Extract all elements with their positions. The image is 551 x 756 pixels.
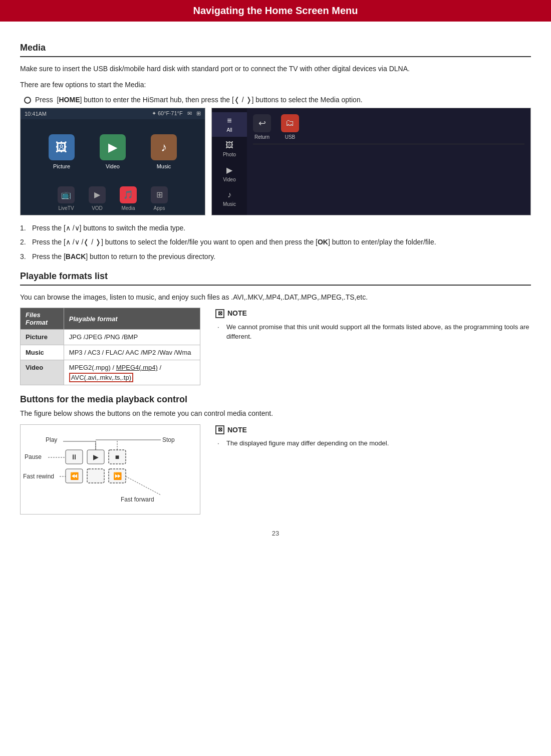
table-row-music: Music MP3 / AC3 / FLAC/ AAC /MP2 /Wav /W… [21,345,200,360]
usb-icon: 🗂 [281,114,299,132]
ff-symbol: ⏩ [113,472,122,480]
music-label: Music [157,163,171,169]
topbar-weather: ✦ 60°F·71°F ✉ ⊞ [152,110,201,117]
apps-icon: ⊞ Apps [151,186,168,211]
formats-section: Playable formats list You can browse the… [20,271,531,385]
home-key: HOME [59,96,80,104]
playback-title: Buttons for the media playback control [20,394,531,405]
screen-bottom-bar: 📺 LiveTV ▶ VOD 🎵 Media ⊞ Apps [21,181,205,215]
formats-row: Files Format Playable format Picture JPG… [20,308,531,385]
playback-note-icon: ⊠ [215,425,224,434]
play-symbol: ▶ [93,453,99,461]
step-1-num: 1. [20,222,30,233]
playback-note-header: ⊠ NOTE [215,424,531,435]
pause-label: Pause [25,453,42,460]
step-2: 2. Press the [∧ /∨ /❬ / ❭] buttons to se… [20,236,531,247]
note-title: NOTE [227,308,247,319]
apps-label: Apps [154,205,165,211]
sidebar-all: ≡ All [212,112,247,137]
return-label: Return [254,134,269,140]
formats-note-header: ⊠ NOTE [215,308,531,319]
playback-section: Buttons for the media playback control T… [20,394,531,514]
formats-note-text-1: We cannot promise that this unit would s… [226,322,531,342]
formats-note-box: ⊠ NOTE · We cannot promise that this uni… [215,308,531,385]
usb-icon-area: 🗂 USB [281,114,299,140]
formats-table: Files Format Playable format Picture JPG… [20,308,200,385]
livetv-label: LiveTV [58,205,74,211]
playback-note-box: ⊠ NOTE · The displayed figure may differ… [215,424,531,515]
screen-icon-picture: 🖼 Picture [49,134,75,169]
step-1: 1. Press the [∧ /∨] buttons to switch th… [20,222,531,233]
screenshots-row: 10:41AM ✦ 60°F·71°F ✉ ⊞ 🖼 Picture ▶ Vide… [20,108,531,215]
step-3-text: Press the [BACK] button to return to the… [30,251,215,262]
formats-note-list: · We cannot promise that this unit would… [215,322,531,342]
step-3-num: 3. [20,251,30,262]
vod-icon: ▶ VOD [89,186,106,211]
photo-icon: 🖼 [225,141,233,150]
media-icon: 🎵 Media [120,186,137,211]
format-picture: Picture [21,330,64,345]
col-header-playable: Playable format [64,308,200,330]
screen-icon-video: ▶ Video [100,134,126,169]
screen-top-icons: ↩ Return 🗂 USB [253,114,524,144]
table-row-video: Video MPEG2(.mpg) / MPEG4(.mp4) / AVC(.a… [21,360,200,385]
ff-line [126,476,161,495]
formats-note-item-1: · We cannot promise that this unit would… [217,322,531,342]
music-label-s: Music [223,201,236,207]
playback-note-title: NOTE [227,424,247,435]
playback-note-item-1: · The displayed figure may differ depend… [217,438,531,448]
playback-intro: The figure below shows the buttons on th… [20,408,531,419]
vod-box: ▶ [89,186,106,203]
screen-main-area: ↩ Return 🗂 USB [247,108,530,215]
step-2-text: Press the [∧ /∨ /❬ / ❭] buttons to selec… [30,236,436,247]
formats-title: Playable formats list [20,271,531,282]
video-label-s: Video [223,177,235,182]
usb-label: USB [285,134,296,140]
video-label: Video [106,163,120,169]
sidebar-video: ▶ Video [212,161,247,186]
music-icon-s: ♪ [227,190,231,199]
photo-label: Photo [223,152,236,157]
formats-intro: You can browse the images, listen to mus… [20,292,531,303]
step-2-num: 2. [20,236,30,247]
intro-line-1: Make sure to insert the USB disk/mobile … [20,63,531,74]
header-title: Navigating the Home Screen Menu [193,5,358,16]
playable-video: MPEG2(.mpg) / MPEG4(.mp4) / AVC(.avi,.mk… [64,360,200,385]
livetv-icon: 📺 LiveTV [58,186,75,211]
step-1-text: Press the [∧ /∨] buttons to switch the m… [30,222,185,233]
screenshot-right: ≡ All 🖼 Photo ▶ Video ♪ Music [211,108,531,215]
livetv-box: 📺 [58,186,75,203]
format-music: Music [21,345,64,360]
format-video: Video [21,360,64,385]
picture-icon-box: 🖼 [49,134,75,160]
fast-rewind-label: Fast rewind [23,473,54,480]
video-icon-s: ▶ [226,165,232,175]
screen-topbar: 10:41AM ✦ 60°F·71°F ✉ ⊞ [21,108,205,119]
stop-symbol: ■ [115,453,119,461]
playback-note-bullet: · [217,438,223,448]
note-icon: ⊠ [215,309,224,318]
vod-label: VOD [92,205,103,211]
media-section: Media Make sure to insert the USB disk/m… [20,43,531,262]
playback-note-list: · The displayed figure may differ depend… [215,438,531,448]
screen-sidebar: ≡ All 🖼 Photo ▶ Video ♪ Music [212,108,247,215]
media-divider [20,56,531,57]
play-text: Play [46,436,57,443]
screen-icon-music: ♪ Music [151,134,177,169]
intro-line-2: There are few options to start the Media… [20,79,531,90]
mpeg4-underline: MPEG4(.mp4) [116,364,158,371]
fast-forward-label: Fast forward [121,496,154,503]
video-icon-box: ▶ [100,134,126,160]
rewind-symbol: ⏪ [70,472,79,480]
pause-symbol: ⏸ [71,453,78,461]
sidebar-photo: 🖼 Photo [212,137,247,161]
media-box: 🎵 [120,186,137,203]
remote-svg: ⏸ ▶ ■ ⏪ ⏩ Stop [21,425,201,515]
page-number: 23 [20,530,531,537]
formats-divider [20,285,531,286]
formats-table-wrap: Files Format Playable format Picture JPG… [20,308,200,385]
note-bullet-1: · [217,322,223,342]
playback-diagram: ⏸ ▶ ■ ⏪ ⏩ Stop [20,424,200,515]
playable-music: MP3 / AC3 / FLAC/ AAC /MP2 /Wav /Wma [64,345,200,360]
picture-label: Picture [53,163,70,169]
